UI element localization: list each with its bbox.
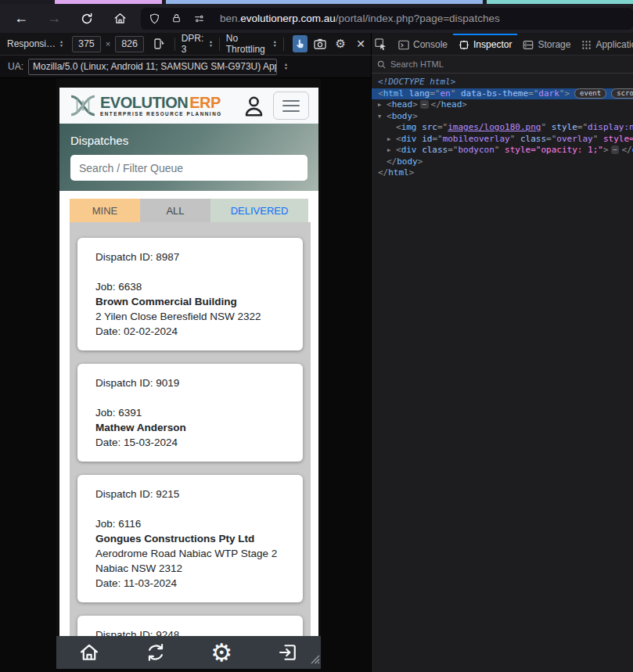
node-badge[interactable]: event [574,88,606,99]
dispatch-card[interactable]: Dispatch ID: 8987Job: 6638Brown Commerci… [77,238,303,350]
rdm-stage: EVOLUTIONERP ENTERPRISE RESOURCE PLANNIN… [0,78,371,672]
dpr-selector[interactable]: DPR: 3 ▲▼ [182,33,213,55]
collapsed-children-icon[interactable]: ⋯ [420,100,429,109]
tab-inspector[interactable]: Inspector [453,34,517,55]
tree-node[interactable]: </body> [372,156,633,168]
code-token: html [388,167,409,178]
tree-node[interactable]: ▶<div id="mobileoverlay" class="overlay"… [372,134,633,146]
stepper-icon: ▲▼ [209,40,213,48]
expander-icon[interactable]: ▶ [387,134,396,146]
dispatch-card[interactable]: Dispatch ID: 9019Job: 6391Mathew Anderso… [77,364,303,462]
code-token: </ [387,156,397,167]
brand-suffix: ERP [189,94,221,111]
sync-icon [145,641,167,663]
tab-all[interactable]: ALL [140,199,210,222]
code-token: body [392,111,413,121]
code-token: </ [378,167,388,178]
tab-storage-label: Storage [538,39,570,50]
divider [219,38,220,51]
gear-icon: ⚙ [335,37,345,51]
menu-button[interactable] [273,92,309,120]
search-html-bar[interactable]: Search HTML [372,56,633,74]
tab-storage[interactable]: Storage [517,34,576,55]
nav-settings-button[interactable]: ⚙ [208,639,235,666]
nav-logout-button[interactable] [275,639,301,666]
device-selector-label: Responsi… [7,38,56,49]
code-token: " [495,145,505,155]
search-html-placeholder: Search HTML [390,59,444,69]
code-token: div [401,134,417,144]
dispatch-card[interactable]: Dispatch ID: 9215Job: 6116Gongues Constr… [77,475,303,602]
tree-node[interactable]: ▶<head>⋯</head> [372,99,633,111]
expander-icon[interactable]: ▶ [378,99,387,111]
code-token: =" [437,122,448,132]
permissions-icon[interactable] [192,13,206,24]
rotate-viewport-button[interactable] [150,35,166,52]
device-selector[interactable]: Responsi… ▲▼ [7,38,63,49]
screenshot-button[interactable] [312,35,328,52]
tree-node[interactable]: ▶<div class="bodycon" style="opacity: 1;… [372,145,633,156]
nav-refresh-button[interactable] [142,639,169,666]
url-bar[interactable]: ben.evolutionerp.com.au/portal/index.php… [141,8,633,30]
lock-icon[interactable] [171,13,182,24]
rdm-close-button[interactable]: ✕ [353,35,369,52]
url-text: ben.evolutionerp.com.au/portal/index.php… [220,13,500,24]
search-icon [377,60,386,69]
hamburger-icon [282,100,300,102]
nav-home-button[interactable] [76,639,103,666]
refresh-button[interactable] [75,8,99,30]
node-badge[interactable]: scroll [611,88,633,99]
dispatch-id-line: Dispatch ID: 9019 [95,376,285,390]
home-button[interactable] [108,8,131,30]
pick-element-button[interactable] [375,34,387,55]
address-line: Nabiac NSW 2312 [95,561,285,576]
touch-simulation-button[interactable] [293,35,308,52]
page-title: Dispatches [70,134,308,147]
code-token: head [441,99,462,110]
close-icon: ✕ [356,38,365,50]
date-line: Date: 11-03-2024 [95,576,285,591]
tab-mine[interactable]: MINE [70,199,140,222]
forward-button[interactable]: → [42,8,66,30]
ua-input[interactable]: Mozilla/5.0 (Linux; Android 11; SAMSUNG … [28,59,277,75]
throttling-selector[interactable]: No Throttling ▲▼ [226,33,277,55]
screen: ← → ben.evolutionerp.com.au/port [0,0,633,672]
dna-helix-icon [69,93,97,118]
tree-node[interactable]: <img src="images/logo180.png" style="dis… [372,122,633,134]
touch-hand-icon [294,38,305,50]
tab-delivered[interactable]: DELIVERED [210,199,308,222]
expander-icon[interactable]: ▶ [387,145,396,156]
address-line: Aerodrome Road Nabiac WTP Stage 2 [95,546,285,561]
dispatch-id-line: Dispatch ID: 9215 [95,487,285,501]
tree-node[interactable]: <html lang="en" data-bs-theme="dark">eve… [372,88,633,100]
back-button[interactable]: ← [9,8,33,30]
viewport-width-input[interactable]: 375 [72,36,101,52]
tree-node[interactable]: <!DOCTYPE html> [372,77,633,88]
shield-icon[interactable] [149,13,160,25]
code-token: head [392,99,413,110]
customer-name-line: Brown Commercial Building [95,294,285,309]
ua-bar: UA: Mozilla/5.0 (Linux; Android 11; SAMS… [0,56,371,78]
logout-icon [277,641,299,663]
tab-console[interactable]: Console [393,34,453,55]
collapsed-children-icon[interactable]: ⋯ [611,146,620,154]
code-token: class [520,134,546,144]
account-button[interactable] [243,95,264,117]
brand-tagline: ENTERPRISE RESOURCE PLANNING [100,111,222,117]
code-token: < [396,145,401,155]
stepper-icon: ▲▼ [59,40,63,48]
expander-icon[interactable]: ▼ [378,111,387,123]
tree-node[interactable]: </html> [372,167,633,179]
tree-node[interactable]: ▼<body> [372,111,633,123]
code-token: body [397,156,418,167]
code-token: =" [546,134,556,144]
rdm-settings-button[interactable]: ⚙ [333,35,348,52]
viewport-height-input[interactable]: 826 [115,36,144,52]
application-grid-icon [581,40,592,50]
viewport-resize-handle[interactable] [309,653,320,667]
code-token: " [510,134,520,144]
search-filter-input[interactable] [70,155,308,181]
tab-application[interactable]: Application [576,34,633,55]
code-token: > [409,167,415,178]
code-token: < [387,99,392,110]
